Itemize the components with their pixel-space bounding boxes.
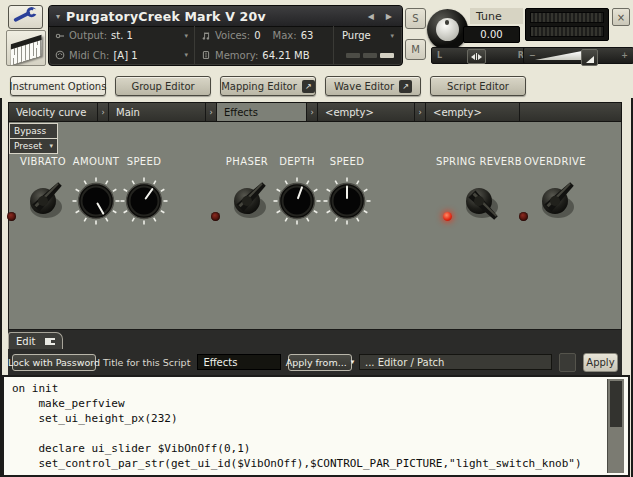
midi-dropdown-icon[interactable]: ▾: [184, 51, 188, 59]
pan-slider[interactable]: L R: [431, 47, 530, 64]
tune-value-field[interactable]: 0.00: [463, 26, 520, 43]
editor-tab-row: Instrument Options Group Editor Mapping …: [10, 76, 526, 96]
output-label: Output:: [69, 30, 107, 41]
tune-label: Tune: [470, 8, 523, 24]
code-line: declare ui_slider $VibOnOff(0,1): [12, 441, 602, 456]
code-scrollbar[interactable]: [607, 379, 624, 473]
bypass-button[interactable]: Bypass: [9, 123, 58, 139]
code-scrollbar-thumb[interactable]: [610, 381, 622, 427]
script-tab-empty-2[interactable]: <empty>: [426, 103, 520, 121]
keyboard-view-button[interactable]: [6, 30, 46, 66]
purge-menu[interactable]: Purge ▾: [334, 26, 402, 46]
apply-from-dropdown-icon: ▾: [351, 358, 355, 366]
midi-row[interactable]: Midi Ch: [A] 1 ▾: [49, 46, 194, 66]
prev-instrument-arrow[interactable]: ◀: [365, 12, 377, 21]
script-tab-separator: ›: [307, 103, 318, 121]
edit-tab[interactable]: Edit: [8, 332, 63, 349]
popout-window-icon[interactable]: ↗: [399, 80, 412, 93]
lock-with-password-button[interactable]: Lock with Password: [12, 354, 96, 371]
purge-dropdown-icon: ▾: [390, 32, 394, 40]
close-instrument-button[interactable]: ×: [612, 8, 630, 26]
script-status-button[interactable]: [559, 353, 576, 372]
knob-speed[interactable]: [320, 174, 374, 228]
preset-menu-button[interactable]: Preset ▾: [9, 139, 58, 154]
knob-block: OVERDRIVE: [500, 156, 610, 228]
script-edit-strip: Edit Lock with Password Title for this S…: [8, 330, 622, 375]
output-dropdown-icon[interactable]: ▾: [184, 32, 188, 40]
script-tab-effects-selected[interactable]: Effects: [217, 103, 307, 121]
output-level-meters: [525, 8, 609, 41]
instrument-menu-arrow-icon[interactable]: ▾: [56, 12, 60, 21]
memory-label: Memory:: [215, 50, 258, 61]
collapse-editor-icon[interactable]: [45, 338, 55, 345]
volume-slider[interactable]: − +: [523, 47, 633, 64]
knob-speed[interactable]: [117, 174, 171, 228]
script-toolbar: Lock with Password Title for this Script…: [8, 349, 622, 375]
script-tab-separator: ›: [206, 103, 217, 121]
code-line: set_control_par_str(get_ui_id($VibOnOff)…: [12, 456, 602, 471]
mute-button[interactable]: M: [405, 39, 426, 60]
voices-label: Voices:: [215, 30, 250, 41]
power-led: [211, 212, 220, 221]
apply-from-button[interactable]: Apply from... ▾: [288, 354, 352, 371]
keyboard-icon: [11, 35, 42, 65]
script-code-text[interactable]: on init make_perfview set_ui_height_px(2…: [12, 381, 602, 475]
script-bypass-preset-group: Bypass Preset ▾: [9, 123, 58, 154]
code-line: set_ui_height_px(232): [12, 411, 602, 426]
script-tab-main[interactable]: Main: [109, 103, 206, 121]
voices-value: 0: [254, 30, 260, 41]
tab-label: Wave Editor: [334, 81, 394, 92]
tab-mapping-editor[interactable]: Mapping Editor ↗: [220, 76, 316, 96]
script-title-input[interactable]: Effects: [197, 354, 281, 370]
pan-center-mark: [476, 53, 477, 60]
code-line: on init: [12, 381, 602, 396]
tab-script-editor[interactable]: Script Editor: [430, 76, 526, 96]
script-tab-velocity-curve[interactable]: Velocity curve: [9, 103, 98, 121]
tune-knob[interactable]: [427, 9, 468, 50]
apply-target-field[interactable]: ... Editor / Patch: [359, 354, 552, 370]
pan-left-label: L: [437, 51, 442, 60]
code-line: make_perfview: [12, 396, 602, 411]
tab-instrument-options[interactable]: Instrument Options: [10, 76, 106, 96]
instrument-info-grid: Output: st. 1 ▾ Midi Ch: [A] 1 ▾: [49, 26, 402, 65]
midi-value: [A] 1: [113, 50, 137, 61]
solo-button[interactable]: S: [405, 8, 426, 29]
tab-group-editor[interactable]: Group Editor: [115, 76, 211, 96]
script-tab-empty-1[interactable]: <empty>: [318, 103, 415, 121]
midi-icon: [55, 50, 65, 60]
instrument-title: PurgatoryCreek Mark V 20v: [66, 9, 359, 24]
level-meter-right: [530, 26, 604, 37]
instrument-title-bar: ▾ PurgatoryCreek Mark V 20v ◀ ▶: [49, 6, 402, 27]
output-row[interactable]: Output: st. 1 ▾: [49, 26, 194, 46]
apply-button[interactable]: Apply: [583, 353, 618, 372]
volume-plus-label: +: [621, 51, 628, 60]
knob-label: SPEED: [292, 156, 402, 167]
code-line: [12, 426, 602, 441]
script-slot-tabs: Velocity curve › Main › Effects › <empty…: [8, 102, 622, 122]
script-tab-separator: ›: [415, 103, 426, 121]
next-instrument-arrow[interactable]: ▶: [383, 12, 395, 21]
pan-slider-handle[interactable]: [467, 49, 486, 64]
power-led: [7, 212, 16, 221]
script-code-editor[interactable]: on init make_perfview set_ui_height_px(2…: [2, 375, 630, 477]
instrument-edit-wrench-button[interactable]: [8, 5, 43, 29]
purge-label: Purge: [342, 30, 371, 41]
switch-knob-spring-reverb[interactable]: [452, 174, 506, 228]
level-segment: [380, 53, 394, 58]
popout-window-icon[interactable]: ↗: [302, 80, 315, 93]
voices-row: Voices: 0 Max: 63: [195, 26, 333, 46]
tab-wave-editor[interactable]: Wave Editor ↗: [325, 76, 421, 96]
apply-from-label: Apply from...: [286, 357, 347, 368]
pan-left-arrow-icon: [468, 54, 475, 60]
tab-label: Script Editor: [447, 81, 509, 92]
switch-knob-overdrive[interactable]: [528, 174, 582, 228]
knob-label: OVERDRIVE: [500, 156, 610, 167]
volume-slider-handle[interactable]: [581, 49, 598, 66]
preset-label: Preset: [14, 141, 42, 151]
midi-label: Midi Ch:: [69, 50, 109, 61]
max-voices-value[interactable]: 63: [301, 30, 314, 41]
volume-handle-icon: [586, 56, 594, 63]
level-meter-left: [530, 12, 604, 23]
knob-block: SPEED: [89, 156, 199, 228]
tab-label: Mapping Editor: [221, 81, 297, 92]
